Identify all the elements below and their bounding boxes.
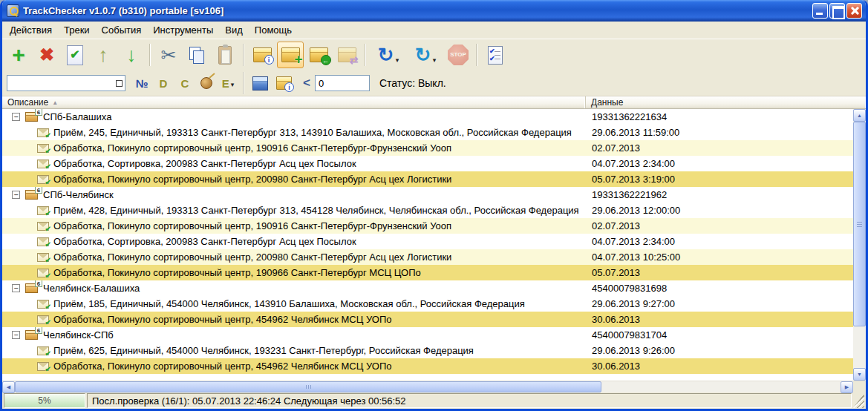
track-event-row[interactable]: ✔Обработка, Покинуло сортировочный центр… (2, 249, 853, 265)
collapse-toggle[interactable]: − (12, 331, 20, 339)
track-event-row[interactable]: ✔Обработка, Покинуло сортировочный центр… (2, 265, 853, 280)
vertical-scrollbar[interactable]: ▲ ▼ (853, 109, 866, 381)
package-add-icon: + (281, 47, 300, 62)
event-description: Обработка, Покинуло сортировочный центр,… (53, 361, 392, 372)
paste-icon (218, 46, 232, 65)
stop-icon: STOP (448, 45, 469, 65)
collapse-toggle[interactable]: − (12, 113, 20, 121)
app-icon (7, 4, 19, 17)
description-cell: ✔Приём, 245, Единичный, 193313 Санкт-Пет… (2, 125, 586, 140)
move-down-button[interactable]: ↓ (118, 42, 145, 68)
archive-box-button[interactable] (249, 73, 271, 93)
stop-button[interactable]: STOP (445, 42, 471, 68)
track-event-row[interactable]: ✔Обработка, Покинуло сортировочный центр… (2, 171, 853, 187)
event-description: Обработка, Покинуло сортировочный центр,… (53, 267, 421, 278)
collapse-toggle[interactable]: − (12, 191, 20, 199)
description-cell: −6Челябинск-Балашиха (2, 280, 586, 296)
data-cell: 02.07.2013 (586, 140, 853, 156)
track-event-row[interactable]: ✔Приём, 185, Единичный, 454000 Челябинск… (2, 296, 853, 312)
filter-by-number-button[interactable]: № (132, 73, 151, 93)
close-button[interactable] (846, 3, 862, 19)
event-count-badge: 6 (35, 109, 42, 116)
filter-input[interactable] (7, 76, 116, 91)
track-event-row[interactable]: ✔Обработка, Покинуло сортировочный центр… (2, 140, 853, 156)
scroll-right-button[interactable]: ▶ (841, 381, 853, 393)
filter-c-button[interactable]: C (175, 73, 195, 93)
toolbar-separator (243, 44, 244, 66)
refresh-track-button[interactable]: ↻▾ (371, 42, 406, 68)
seal-button[interactable] (197, 73, 216, 93)
menu-actions[interactable]: Действия (4, 22, 58, 38)
track-event-row[interactable]: ✔Обработка, Сортировка, 200983 Санкт-Пет… (2, 156, 853, 171)
horizontal-scroll-thumb[interactable] (15, 381, 601, 392)
track-group-row[interactable]: −6СПб-Челябинск19331362221962 (2, 187, 853, 203)
move-up-button[interactable]: ↑ (90, 42, 117, 68)
add-event-button[interactable]: + (277, 42, 304, 68)
data-cell: 45400079831704 (586, 327, 853, 343)
threshold-input[interactable] (316, 76, 369, 91)
menu-tracks[interactable]: Треки (58, 22, 96, 38)
vertical-scroll-thumb[interactable] (853, 122, 866, 326)
track-group-row[interactable]: −6СПб-Балашиха19331362221634 (2, 109, 853, 125)
add-track-button[interactable]: + (5, 42, 32, 68)
maximize-button[interactable] (829, 3, 845, 19)
column-header-data[interactable]: Данные (586, 96, 866, 108)
collapse-toggle[interactable]: − (12, 284, 20, 292)
data-cell: 29.06.2013 9:26:00 (586, 343, 853, 358)
clear-filter-button[interactable] (116, 80, 123, 87)
envelope-icon: ✔ (37, 144, 49, 153)
scroll-left-button[interactable]: ◀ (2, 381, 15, 393)
resize-grip[interactable] (853, 393, 864, 408)
vertical-scroll-track[interactable] (853, 326, 866, 368)
track-event-row[interactable]: ✔Обработка, Сортировка, 200983 Санкт-Пет… (2, 234, 853, 249)
envelope-icon: ✔ (37, 346, 49, 355)
copy-button[interactable] (183, 42, 210, 68)
package-icon: 6 (25, 190, 38, 200)
track-title: Челябинск-Балашиха (43, 283, 140, 294)
dropdown-caret-icon[interactable]: ▾ (231, 81, 235, 92)
refresh-all-button[interactable]: ↻▾ (408, 42, 443, 68)
envelope-icon: ✔ (37, 175, 49, 184)
track-event-row[interactable]: ✔Обработка, Покинуло сортировочный центр… (2, 312, 853, 327)
filter-e-button[interactable]: E▾ (218, 73, 238, 93)
paste-button[interactable] (212, 42, 238, 68)
event-count-badge: 6 (35, 327, 42, 334)
dropdown-caret-icon[interactable]: ▾ (433, 56, 437, 68)
track-event-row[interactable]: ✔Приём, 625, Единичный, 454000 Челябинск… (2, 343, 853, 358)
track-group-row[interactable]: −6Челябинск-СПб45400079831704 (2, 327, 853, 343)
menu-help[interactable]: Помощь (249, 22, 298, 38)
horizontal-scroll-track[interactable] (601, 381, 841, 392)
data-cell: 02.07.2013 (586, 218, 853, 234)
column-header-description[interactable]: Описание ▲ (2, 96, 586, 108)
info-box-button[interactable]: i (273, 73, 295, 93)
horizontal-scrollbar[interactable]: ◀ ▶ (2, 381, 866, 392)
return-event-button[interactable]: ← (305, 42, 332, 68)
envelope-icon: ✔ (37, 315, 49, 324)
track-group-row[interactable]: −6Челябинск-Балашиха45400079831698 (2, 280, 853, 296)
event-info-button[interactable]: i (249, 42, 275, 68)
check-settings-button[interactable] (482, 42, 509, 68)
delete-track-button[interactable]: ✖ (33, 42, 60, 68)
status-label: Статус: Выкл. (379, 77, 446, 89)
edit-track-button[interactable]: ✔ (62, 42, 88, 68)
cut-button[interactable]: ✂ (155, 42, 182, 68)
title-bar[interactable]: TrackChecker v1.0.7 (b310) portable [sv1… (2, 0, 866, 22)
filter-d-button[interactable]: D (154, 73, 173, 93)
menu-events[interactable]: События (96, 22, 148, 38)
track-event-row[interactable]: ✔Обработка, Покинуло сортировочный центр… (2, 358, 853, 374)
track-event-row[interactable]: ✔Приём, 245, Единичный, 193313 Санкт-Пет… (2, 125, 853, 140)
track-event-row[interactable]: ✔Обработка, Покинуло сортировочный центр… (2, 218, 853, 234)
data-cell: 04.07.2013 10:25:00 (586, 249, 853, 265)
transfer-event-button[interactable]: ⇄ (333, 42, 360, 68)
menu-view[interactable]: Вид (219, 22, 249, 38)
scroll-up-button[interactable]: ▲ (853, 109, 866, 122)
description-cell: −6СПб-Балашиха (2, 109, 586, 125)
description-cell: ✔Обработка, Покинуло сортировочный центр… (2, 249, 586, 265)
description-cell: ✔Приём, 428, Единичный, 193313 Санкт-Пет… (2, 203, 586, 218)
menu-tools[interactable]: Инструменты (147, 22, 219, 38)
envelope-icon: ✔ (37, 237, 49, 246)
minimize-button[interactable] (812, 3, 828, 19)
scroll-down-button[interactable]: ▼ (853, 368, 866, 381)
track-event-row[interactable]: ✔Приём, 428, Единичный, 193313 Санкт-Пет… (2, 203, 853, 218)
dropdown-caret-icon[interactable]: ▾ (396, 56, 399, 68)
